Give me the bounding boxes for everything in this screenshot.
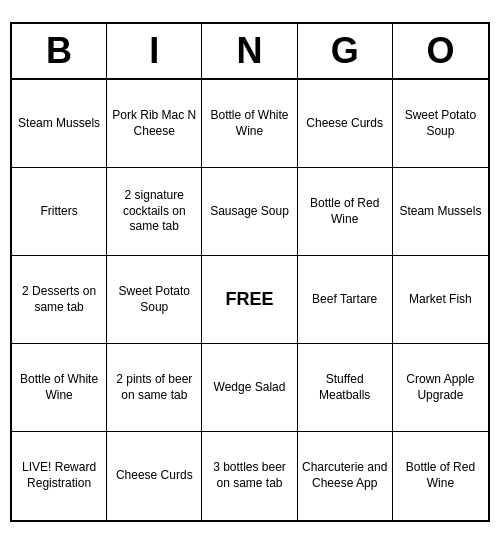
- bingo-cell-r4c2: 2 pints of beer on same tab: [107, 344, 202, 432]
- bingo-cell-r4c3: Wedge Salad: [202, 344, 297, 432]
- bingo-cell-r5c4: Charcuterie and Cheese App: [298, 432, 393, 520]
- bingo-cell-r2c3: Sausage Soup: [202, 168, 297, 256]
- bingo-letter-g: G: [298, 24, 393, 78]
- bingo-cell-r3c4: Beef Tartare: [298, 256, 393, 344]
- bingo-cell-r3c3: FREE: [202, 256, 297, 344]
- bingo-letter-n: N: [202, 24, 297, 78]
- bingo-grid: Steam MusselsPork Rib Mac N CheeseBottle…: [12, 80, 488, 520]
- bingo-cell-r1c1: Steam Mussels: [12, 80, 107, 168]
- bingo-letter-o: O: [393, 24, 488, 78]
- bingo-cell-r3c2: Sweet Potato Soup: [107, 256, 202, 344]
- bingo-letter-i: I: [107, 24, 202, 78]
- bingo-cell-r4c1: Bottle of White Wine: [12, 344, 107, 432]
- bingo-cell-r3c5: Market Fish: [393, 256, 488, 344]
- bingo-cell-r2c1: Fritters: [12, 168, 107, 256]
- bingo-cell-r4c5: Crown Apple Upgrade: [393, 344, 488, 432]
- bingo-cell-r1c3: Bottle of White Wine: [202, 80, 297, 168]
- bingo-letter-b: B: [12, 24, 107, 78]
- bingo-header: BINGO: [12, 24, 488, 80]
- bingo-cell-r5c2: Cheese Curds: [107, 432, 202, 520]
- bingo-cell-r5c3: 3 bottles beer on same tab: [202, 432, 297, 520]
- bingo-cell-r4c4: Stuffed Meatballs: [298, 344, 393, 432]
- bingo-cell-r5c5: Bottle of Red Wine: [393, 432, 488, 520]
- bingo-cell-r5c1: LIVE! Reward Registration: [12, 432, 107, 520]
- bingo-cell-r2c2: 2 signature cocktails on same tab: [107, 168, 202, 256]
- bingo-cell-r1c5: Sweet Potato Soup: [393, 80, 488, 168]
- bingo-card: BINGO Steam MusselsPork Rib Mac N Cheese…: [10, 22, 490, 522]
- bingo-cell-r2c4: Bottle of Red Wine: [298, 168, 393, 256]
- bingo-cell-r1c2: Pork Rib Mac N Cheese: [107, 80, 202, 168]
- bingo-cell-r2c5: Steam Mussels: [393, 168, 488, 256]
- bingo-cell-r3c1: 2 Desserts on same tab: [12, 256, 107, 344]
- bingo-cell-r1c4: Cheese Curds: [298, 80, 393, 168]
